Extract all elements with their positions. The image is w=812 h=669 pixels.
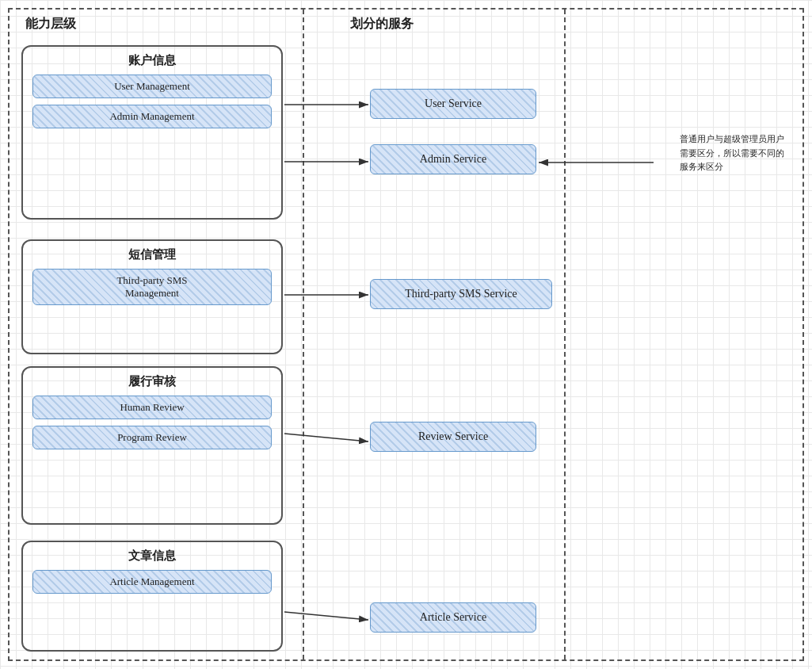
right-article-service: Article Service (370, 602, 536, 633)
group-review: 履行审核 Human Review Program Review (21, 366, 283, 525)
svg-line-7 (284, 612, 368, 620)
item-program-review: Program Review (32, 426, 272, 449)
svg-line-6 (284, 434, 368, 442)
item-user-management: User Management (32, 75, 272, 98)
group-review-title: 履行审核 (32, 374, 272, 389)
group-sms-title: 短信管理 (32, 247, 272, 262)
right-admin-service: Admin Service (370, 144, 536, 174)
group-sms: 短信管理 Third-party SMSManagement (21, 239, 283, 354)
item-article-management: Article Management (32, 570, 272, 594)
diagram-area: 能力层级 划分的服务 账户信息 User Management Admin Ma… (8, 8, 804, 661)
group-article-title: 文章信息 (32, 549, 272, 564)
right-review-service: Review Service (370, 422, 536, 452)
divider-right (564, 10, 566, 659)
item-human-review: Human Review (32, 396, 272, 419)
item-admin-management: Admin Management (32, 105, 272, 128)
item-sms-management: Third-party SMSManagement (32, 269, 272, 305)
main-container: 能力层级 划分的服务 账户信息 User Management Admin Ma… (0, 0, 812, 669)
left-column-header: 能力层级 (25, 16, 76, 32)
group-account-info-title: 账户信息 (32, 53, 272, 68)
right-sms-service: Third-party SMS Service (370, 279, 552, 309)
right-user-service: User Service (370, 89, 536, 119)
group-article: 文章信息 Article Management (21, 541, 283, 652)
group-account-info: 账户信息 User Management Admin Management (21, 45, 283, 220)
right-column-header: 划分的服务 (350, 16, 414, 32)
divider-left (303, 10, 304, 659)
annotation-text: 普通用户与超级管理员用户需要区分，所以需要不同的服务来区分 (680, 132, 791, 174)
